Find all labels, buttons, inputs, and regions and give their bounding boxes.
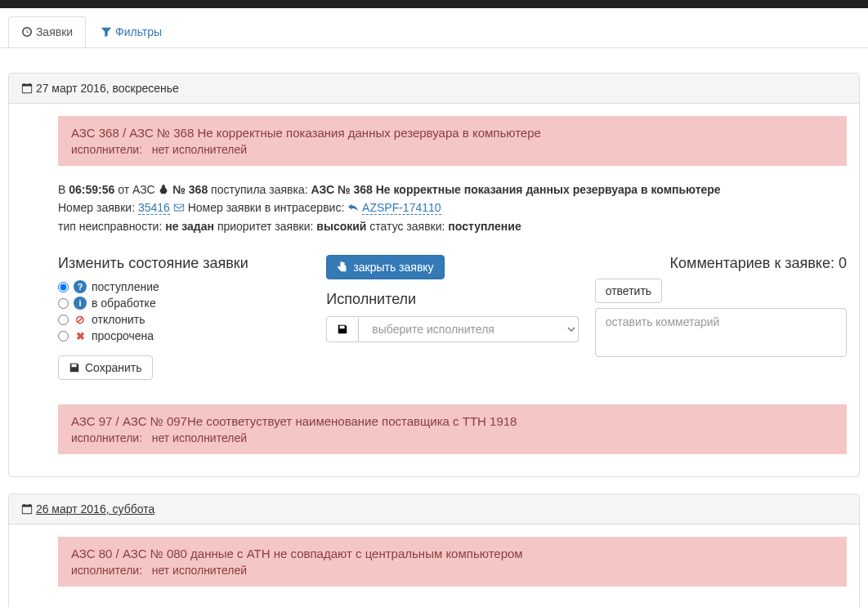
ticket-time: 06:59:56 [69, 183, 114, 196]
ticket-title: АЗС 97 / АЗС № 097Не соответуствует наим… [71, 414, 834, 428]
ticket-header[interactable]: АЗС 97 / АЗС № 097Не соответуствует наим… [58, 404, 847, 454]
save-icon [337, 324, 348, 335]
comment-input[interactable]: оставить комметарий [595, 308, 847, 357]
calendar-icon [21, 503, 33, 515]
hand-icon [337, 261, 348, 273]
ticket-executors-line: исполнители: нет исполнителей [71, 143, 834, 156]
day-date-link[interactable]: 26 март 2016, суббота [36, 502, 154, 516]
state-title: Изменить состояние заявки [58, 255, 310, 272]
reply-icon [347, 202, 359, 213]
info-icon: ? [74, 280, 87, 293]
ticket-title: АЗС 80 / АЗС № 080 данные с АТН не совпа… [71, 547, 834, 560]
reply-button[interactable]: ответить [595, 279, 662, 303]
ticket-number-link[interactable]: 35416 [138, 201, 170, 215]
tab-filters-label: Фильтры [115, 25, 162, 38]
intraservice-link[interactable]: AZSPF-174110 [362, 201, 441, 215]
ban-icon: ⊘ [74, 313, 87, 326]
info-icon: i [74, 297, 87, 310]
x-icon: ✖ [74, 329, 87, 342]
save-executor-button[interactable] [326, 316, 359, 342]
state-option-reject[interactable]: ⊘ отклонить [58, 313, 310, 326]
state-option-incoming[interactable]: ? поступление [58, 280, 310, 293]
tab-requests[interactable]: Заявки [8, 16, 86, 47]
comments-header: Комментариев к заявке: 0 [595, 255, 847, 272]
ticket-header[interactable]: АЗС 80 / АЗС № 080 данные с АТН не совпа… [58, 537, 847, 587]
tabs-row: Заявки Фильтры [0, 8, 868, 48]
top-bar [0, 0, 868, 8]
nav-tabs: Заявки Фильтры [8, 16, 860, 47]
state-option-overdue[interactable]: ✖ просрочена [58, 329, 310, 342]
day-heading: 27 март 2016, воскресенье [9, 74, 859, 104]
save-icon [69, 362, 80, 373]
executors-title: Исполнители [326, 291, 578, 308]
ticket-header[interactable]: АЗС 368 / АЗС № 368 Не корректные показа… [58, 116, 847, 166]
day-date-link[interactable]: 27 март 2016, воскресенье [36, 82, 179, 95]
save-button[interactable]: Сохранить [58, 355, 153, 380]
ticket-title: АЗС 368 / АЗС № 368 Не корректные показа… [71, 126, 834, 140]
ticket-executors-line: исполнители: нет исполнителей [71, 564, 834, 577]
ticket-details: В 06:59:56 от АЗС № 368 поступила заявка… [58, 176, 847, 245]
tab-requests-label: Заявки [36, 25, 73, 38]
calendar-icon [21, 83, 33, 94]
day-date-text: 27 март 2016, воскресенье [36, 82, 179, 95]
day-date-text: 26 март 2016, суббота [36, 502, 154, 516]
day-panel: 27 март 2016, воскресенье АЗС 368 / АЗС … [8, 73, 860, 477]
ticket-executors-line: исполнители: нет исполнителей [71, 431, 834, 444]
linux-icon [158, 184, 169, 195]
day-panel: 26 март 2016, суббота АЗС 80 / АЗС № 080… [8, 493, 860, 607]
envelope-icon[interactable] [173, 202, 185, 213]
state-option-processing[interactable]: i в обработке [58, 297, 310, 310]
tab-filters[interactable]: Фильтры [87, 16, 175, 47]
executor-select[interactable]: выберите исполнителя [359, 316, 578, 342]
clock-icon [21, 26, 33, 38]
day-heading: 26 март 2016, суббота [9, 494, 859, 524]
close-ticket-button[interactable]: закрыть заявку [326, 255, 444, 279]
filter-icon [101, 26, 112, 38]
ticket-subject: АЗС № 368 Не корректные показания данных… [311, 183, 720, 196]
